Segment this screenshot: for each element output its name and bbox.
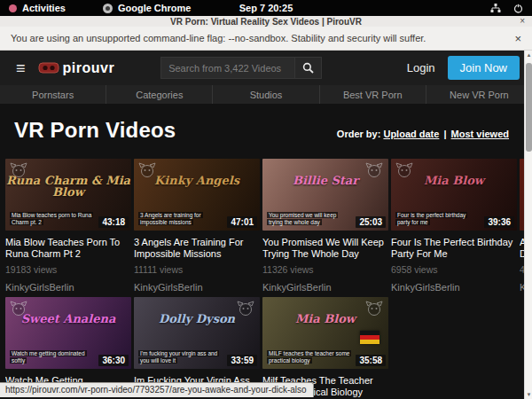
video-studio-link[interactable]: KinkyGirlsBerlin [134, 282, 260, 293]
video-thumbnail[interactable]: Dolly Dyson I'm fucking your virgin ass … [134, 297, 260, 369]
thumbnail-caption: Mia Blow teaches porn to Runa Charm pt. … [10, 212, 94, 226]
video-views: 11111 views [134, 264, 260, 275]
video-thumbnail[interactable]: Kinky Angels 3 Angels are training for i… [134, 159, 260, 231]
app-menu-button[interactable]: Google Chrome [118, 3, 192, 13]
scrollbar-up-icon[interactable]: ▲ [525, 52, 532, 58]
thumbnail-caption: Four is the perfect birthday party for m… [395, 212, 480, 226]
video-card[interactable]: Mia Blow Four is the perfect birthday pa… [391, 159, 517, 293]
scrollbar-down-icon[interactable]: ▼ [525, 392, 532, 397]
main-nav: Pornstars Categories Studios Best VR Por… [0, 85, 532, 104]
warning-text: You are using an unsupported command-lin… [11, 33, 426, 43]
power-icon[interactable] [513, 4, 523, 13]
video-title[interactable]: Four Is The Perfect Birthday Party For M… [391, 237, 517, 260]
thumbnail-caption: Watch me getting dominated softly [10, 350, 94, 364]
search-button[interactable] [295, 57, 322, 79]
german-flag-icon [360, 331, 379, 344]
video-grid: Runa Charm & Mia Blow Mia Blow teaches p… [0, 143, 532, 399]
thumbnail-performer-name: Billie Star [262, 175, 388, 187]
thumbnail-performer-name: Mia Blow [262, 313, 388, 325]
hamburger-menu-icon[interactable]: ≡ [12, 60, 29, 76]
video-studio-link[interactable]: KinkyGirlsBerlin [5, 282, 131, 293]
order-by-controls: Order by: Upload date | Most viewed [337, 129, 518, 139]
duration-badge: 36:30 [98, 355, 129, 366]
chrome-app-icon [103, 4, 113, 13]
nav-item-best-vr-porn[interactable]: Best VR Porn [320, 85, 426, 104]
activities-indicator-icon [9, 4, 17, 12]
video-title[interactable]: You Promised We Will Keep Trying The Who… [262, 237, 388, 260]
vr-goggles-icon [38, 62, 59, 74]
network-icon[interactable] [490, 4, 501, 13]
window-close-icon[interactable]: × [520, 16, 525, 27]
video-studio-link[interactable]: KinkyGirlsBerlin [391, 282, 517, 293]
video-card[interactable]: Kinky Angels 3 Angels are training for i… [134, 159, 260, 293]
duration-badge: 47:01 [227, 216, 257, 228]
search-icon [302, 62, 314, 74]
duration-badge: 35:58 [356, 355, 386, 366]
duration-badge: 33:59 [227, 355, 257, 366]
site-logo-text: pirouvr [63, 60, 115, 76]
nav-item-pornstars[interactable]: Pornstars [0, 85, 106, 104]
video-thumbnail[interactable]: Sweet Analena Watch me getting dominated… [5, 297, 131, 369]
video-views: 11326 views [262, 264, 388, 275]
nav-item-studios[interactable]: Studios [213, 85, 319, 104]
video-studio-link[interactable]: KinkyGirlsBerlin [262, 282, 388, 293]
nav-item-new-vr-porn[interactable]: New VR Porn [426, 85, 532, 104]
system-top-bar: Activities Google Chrome Sep 7 20:25 [0, 0, 532, 16]
video-thumbnail[interactable]: Mia Blow MILF teaches the teacher some p… [262, 297, 388, 369]
thumbnail-performer-name: Kinky Angels [134, 175, 260, 187]
warning-close-icon[interactable]: × [514, 32, 521, 45]
duration-badge: 25:03 [356, 216, 386, 228]
page-title: VR Porn Videos [14, 118, 176, 143]
video-title[interactable]: Mia Blow Teaches Porn To Runa Charm Pt 2 [5, 237, 131, 260]
site-header: ≡ pirouvr Login Join Now [0, 51, 532, 85]
scrollbar-thumb[interactable] [526, 63, 532, 152]
order-by-most-viewed-link[interactable]: Most viewed [451, 129, 509, 139]
site-logo[interactable]: pirouvr [38, 60, 115, 76]
video-views: 19183 views [5, 264, 131, 275]
video-thumbnail[interactable]: Billie Star You promised we will keep tr… [262, 159, 388, 231]
order-by-label: Order by: [337, 129, 381, 139]
order-by-upload-date-link[interactable]: Upload date [383, 129, 439, 139]
thumbnail-performer-name: Runa Charm & Mia Blow [5, 175, 131, 199]
activities-button[interactable]: Activities [22, 3, 66, 13]
video-thumbnail[interactable]: Runa Charm & Mia Blow Mia Blow teaches p… [5, 159, 131, 231]
thumbnail-caption: MILF teaches the teacher some practical … [267, 350, 351, 364]
clock[interactable]: Sep 7 20:25 [239, 3, 293, 13]
video-card[interactable]: Billie Star You promised we will keep tr… [262, 159, 388, 293]
video-thumbnail[interactable]: Mia Blow Four is the perfect birthday pa… [391, 159, 517, 231]
thumbnail-caption: I'm fucking your virgin ass and you will… [138, 350, 223, 364]
video-title[interactable]: 3 Angels Are Training For Impossible Mis… [134, 237, 260, 260]
thumbnail-performer-name: Dolly Dyson [134, 313, 260, 325]
video-card[interactable]: Runa Charm & Mia Blow Mia Blow teaches p… [5, 159, 131, 293]
thumbnail-performer-name: Sweet Analena [5, 313, 131, 325]
video-views: 6958 views [391, 264, 517, 275]
duration-badge: 43:18 [98, 216, 129, 228]
thumbnail-caption: You promised we will keep trying the who… [267, 212, 351, 226]
link-status-bubble: https://pirouvr.com/vr-porn-video/779325… [0, 382, 314, 397]
thumbnail-caption: 3 Angels are training for impossible mis… [138, 212, 223, 226]
search-bar [160, 57, 322, 79]
duration-badge: 39:36 [484, 216, 514, 228]
thumbnail-performer-name: Mia Blow [391, 175, 517, 187]
search-input[interactable] [160, 57, 295, 79]
window-title: VR Porn: Virtual Reality Sex Videos | Pi… [0, 17, 532, 27]
join-now-button[interactable]: Join Now [448, 56, 520, 80]
page-header: VR Porn Videos Order by: Upload date | M… [0, 104, 532, 143]
chrome-warning-bar: You are using an unsupported command-lin… [0, 27, 532, 51]
order-by-separator: | [442, 129, 448, 139]
window-title-bar: VR Porn: Virtual Reality Sex Videos | Pi… [0, 16, 532, 27]
login-link[interactable]: Login [407, 61, 435, 74]
page-scrollbar[interactable]: ▲ ▼ [524, 51, 532, 399]
nav-item-categories[interactable]: Categories [106, 85, 213, 104]
